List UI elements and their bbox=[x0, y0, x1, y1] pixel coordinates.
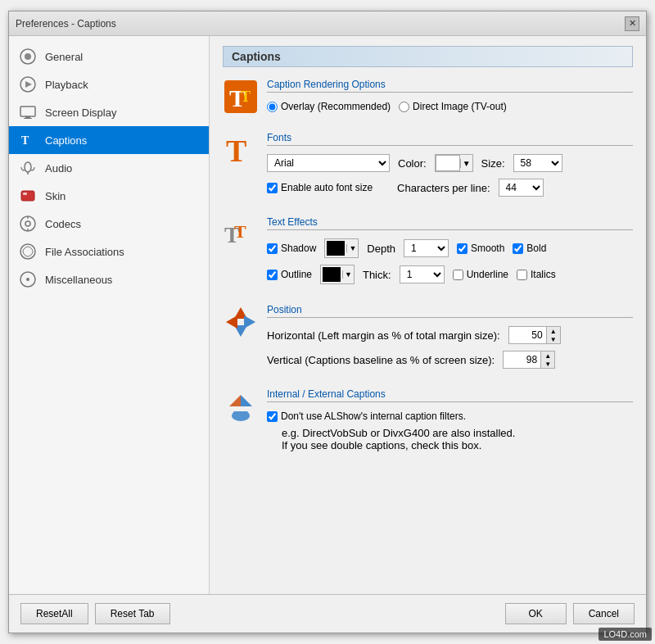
chars-per-line-label: Characters per line: bbox=[397, 182, 490, 194]
shadow-color[interactable]: ▼ bbox=[324, 238, 359, 258]
sidebar-item-codecs[interactable]: Codecs bbox=[9, 210, 209, 238]
auto-font-text: Enable auto font size bbox=[281, 182, 373, 193]
sidebar-captions-label: Captions bbox=[45, 134, 87, 147]
sidebar-file-associations-label: File Associations bbox=[45, 246, 124, 258]
sidebar-item-skin[interactable]: Skin bbox=[9, 182, 209, 210]
italics-checkbox[interactable] bbox=[517, 270, 527, 280]
sidebar-item-miscellaneous[interactable]: Miscellaneous bbox=[9, 265, 209, 293]
rendering-options-row: Overlay (Recommended) Direct Image (TV-o… bbox=[267, 101, 633, 112]
audio-icon bbox=[19, 159, 37, 177]
svg-rect-4 bbox=[20, 107, 35, 116]
underline-label[interactable]: Underline bbox=[453, 269, 508, 280]
reset-tab-button[interactable]: Reset Tab bbox=[95, 603, 170, 624]
content-area: General Playback bbox=[9, 36, 646, 594]
smooth-text: Smooth bbox=[471, 243, 504, 254]
auto-font-checkbox[interactable] bbox=[267, 183, 278, 193]
outline-color-arrow[interactable]: ▼ bbox=[342, 270, 354, 279]
reset-all-button[interactable]: ResetAll bbox=[20, 603, 88, 624]
cancel-button[interactable]: Cancel bbox=[573, 603, 635, 624]
svg-text:T: T bbox=[234, 221, 246, 242]
general-icon bbox=[19, 48, 37, 66]
svg-rect-5 bbox=[25, 116, 30, 118]
bold-label[interactable]: Bold bbox=[513, 243, 546, 254]
shadow-label[interactable]: Shadow bbox=[267, 243, 316, 254]
svg-marker-30 bbox=[229, 395, 241, 406]
vertical-input[interactable] bbox=[504, 352, 540, 367]
internal-filter-text: Don't use ALShow's internal caption filt… bbox=[281, 410, 466, 422]
size-select[interactable]: 58 bbox=[513, 154, 562, 172]
horizontal-spinbox[interactable]: ▲ ▼ bbox=[508, 326, 561, 344]
sidebar-audio-label: Audio bbox=[45, 162, 72, 175]
internal-filter-label[interactable]: Don't use ALShow's internal caption filt… bbox=[267, 410, 633, 422]
horizontal-spin-buttons: ▲ ▼ bbox=[546, 327, 560, 343]
fonts-content: Fonts Arial Color: ▼ Size: bbox=[267, 132, 633, 203]
depth-select[interactable]: 1 bbox=[404, 239, 449, 257]
color-dropdown[interactable]: ▼ bbox=[435, 154, 473, 172]
overlay-radio-label[interactable]: Overlay (Recommended) bbox=[267, 101, 391, 112]
bottom-bar: ResetAll Reset Tab OK Cancel bbox=[9, 594, 646, 633]
sidebar-item-audio[interactable]: Audio bbox=[9, 154, 209, 182]
sidebar-screen-display-label: Screen Display bbox=[45, 107, 116, 119]
position-icon bbox=[223, 304, 259, 340]
sidebar-item-captions[interactable]: T Captions bbox=[9, 126, 209, 154]
sidebar-item-playback[interactable]: Playback bbox=[9, 70, 209, 98]
direct-radio[interactable] bbox=[399, 102, 409, 112]
svg-point-18 bbox=[26, 278, 29, 281]
close-button[interactable]: ✕ bbox=[625, 16, 639, 31]
section-header-text: Captions bbox=[232, 50, 281, 63]
outline-label[interactable]: Outline bbox=[267, 269, 312, 280]
horizontal-input[interactable] bbox=[509, 328, 546, 342]
underline-checkbox[interactable] bbox=[453, 270, 463, 280]
internal-external-icon bbox=[223, 388, 259, 424]
horizontal-down-btn[interactable]: ▼ bbox=[547, 335, 560, 343]
smooth-label[interactable]: Smooth bbox=[457, 243, 504, 254]
bold-checkbox[interactable] bbox=[513, 243, 523, 254]
sidebar-miscellaneous-label: Miscellaneous bbox=[45, 274, 112, 286]
shadow-color-arrow[interactable]: ▼ bbox=[346, 244, 358, 252]
file-associations-icon bbox=[19, 243, 37, 261]
auto-font-row: Enable auto font size Characters per lin… bbox=[267, 179, 633, 197]
color-dropdown-arrow[interactable]: ▼ bbox=[460, 159, 472, 168]
overlay-radio[interactable] bbox=[267, 102, 278, 112]
caption-rendering-section: T T Caption Rendering Options Overlay (R… bbox=[223, 79, 633, 119]
right-buttons: OK Cancel bbox=[505, 603, 635, 624]
sidebar-item-screen-display[interactable]: Screen Display bbox=[9, 98, 209, 126]
fonts-icon: T bbox=[223, 132, 259, 168]
vertical-spin-buttons: ▲ ▼ bbox=[540, 351, 554, 368]
outline-checkbox[interactable] bbox=[267, 270, 278, 280]
direct-label-text: Direct Image (TV-out) bbox=[413, 101, 507, 112]
vertical-spinbox[interactable]: ▲ ▼ bbox=[503, 351, 555, 369]
horizontal-up-btn[interactable]: ▲ bbox=[547, 327, 560, 335]
shadow-checkbox[interactable] bbox=[267, 243, 278, 254]
text-effects-row2: Outline ▼ Thick: 1 bbox=[267, 265, 633, 284]
chars-per-line-select[interactable]: 44 bbox=[499, 179, 544, 197]
outline-color[interactable]: ▼ bbox=[320, 265, 355, 284]
font-select[interactable]: Arial bbox=[267, 154, 390, 172]
smooth-checkbox[interactable] bbox=[457, 243, 468, 254]
svg-rect-6 bbox=[24, 118, 32, 119]
svg-point-1 bbox=[25, 53, 31, 60]
direct-radio-label[interactable]: Direct Image (TV-out) bbox=[399, 101, 507, 112]
internal-external-title: Internal / External Captions bbox=[267, 388, 633, 402]
svg-point-8 bbox=[25, 162, 31, 172]
font-row: Arial Color: ▼ Size: 58 bbox=[267, 154, 633, 172]
shadow-text: Shadow bbox=[281, 243, 316, 254]
vertical-up-btn[interactable]: ▲ bbox=[541, 351, 554, 360]
thick-select[interactable]: 1 bbox=[400, 265, 445, 283]
playback-icon bbox=[19, 75, 37, 93]
internal-filter-checkbox[interactable] bbox=[267, 411, 278, 422]
sidebar-item-file-associations[interactable]: File Associations bbox=[9, 238, 209, 265]
ok-button[interactable]: OK bbox=[505, 603, 567, 624]
skin-icon bbox=[19, 187, 37, 205]
text-effects-content: Text Effects Shadow ▼ Depth bbox=[267, 216, 633, 291]
italics-label[interactable]: Italics bbox=[517, 269, 556, 280]
depth-label: Depth bbox=[367, 243, 395, 255]
auto-font-label[interactable]: Enable auto font size bbox=[267, 182, 373, 193]
vertical-down-btn[interactable]: ▼ bbox=[541, 360, 554, 368]
horizontal-row: Horizontal (Left margin as % of total ma… bbox=[267, 326, 633, 344]
internal-external-content: Internal / External Captions Don't use A… bbox=[267, 388, 633, 451]
italics-text: Italics bbox=[531, 269, 556, 280]
shadow-swatch bbox=[327, 241, 345, 256]
left-buttons: ResetAll Reset Tab bbox=[20, 603, 170, 624]
sidebar-item-general[interactable]: General bbox=[9, 43, 209, 70]
